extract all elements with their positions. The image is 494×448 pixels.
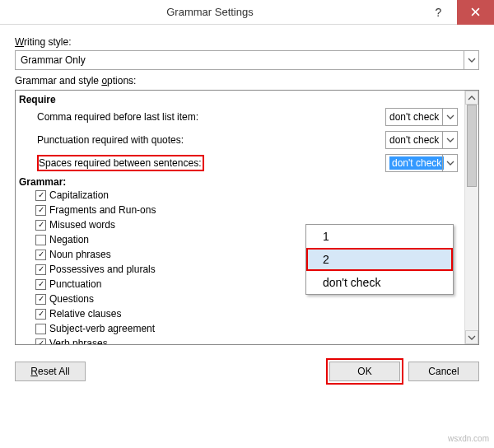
scroll-thumb[interactable] [467,105,477,187]
grammar-item[interactable]: Relative clauses [35,306,458,321]
options-panel: Require Comma required before last list … [15,90,479,345]
grammar-item[interactable]: Capitalization [35,188,458,203]
checkbox[interactable] [35,279,46,290]
reset-all-button[interactable]: Reset All [15,362,86,381]
dropdown-option[interactable]: don't check [306,271,453,294]
grammar-label: Questions [49,293,94,305]
writing-style-combo[interactable]: Grammar Only [15,50,479,70]
grammar-label: Noun phrases [49,249,111,260]
checkbox[interactable] [35,220,46,231]
require-value: don't check [389,111,439,123]
checkbox[interactable] [35,264,46,275]
spaces-dropdown[interactable]: 12don't check [305,224,454,295]
watermark: wsxdn.com [448,434,489,443]
require-label: Punctuation required with quotes: [19,134,385,146]
require-label: Spaces required between sentences: [19,155,385,171]
grammar-label: Subject-verb agreement [49,323,155,334]
require-combo[interactable]: don't check [385,108,458,126]
grammar-label: Fragments and Run-ons [49,204,156,216]
dropdown-option[interactable]: 1 [306,225,453,248]
chevron-down-icon [442,132,457,148]
scroll-down-button[interactable] [465,330,478,344]
checkbox[interactable] [35,338,46,345]
checkbox[interactable] [35,205,46,216]
grammar-label: Verb phrases [49,338,108,344]
require-row: Spaces required between sentences:don't … [19,152,458,175]
chevron-down-icon [464,51,478,69]
require-heading: Require [19,94,458,105]
chevron-down-icon [442,155,457,171]
grammar-label: Punctuation [49,278,101,290]
cancel-button[interactable]: Cancel [408,362,479,381]
require-combo[interactable]: don't check [385,131,458,149]
grammar-label: Negation [49,234,89,245]
ok-button[interactable]: OK [329,362,400,381]
require-combo[interactable]: don't check [385,154,458,172]
writing-style-label: Writing style: [15,36,479,48]
grammar-item[interactable]: Fragments and Run-ons [35,203,458,217]
window-title: Grammar Settings [0,6,420,18]
grammar-label: Possessives and plurals [49,264,156,275]
require-label: Comma required before last list item: [19,111,385,123]
grammar-label: Relative clauses [49,308,121,320]
close-button[interactable] [457,0,494,25]
require-value: don't check [389,134,439,146]
dropdown-option[interactable]: 2 [306,248,453,271]
writing-style-value: Grammar Only [21,54,86,66]
require-row: Punctuation required with quotes:don't c… [19,128,458,152]
require-value: don't check [389,156,444,170]
grammar-label: Misused words [49,219,115,231]
checkbox[interactable] [35,324,46,334]
help-button[interactable]: ? [420,0,457,25]
scrollbar[interactable] [464,91,478,344]
checkbox[interactable] [35,235,46,245]
checkbox[interactable] [35,309,46,320]
grammar-item[interactable]: Subject-verb agreement [35,321,458,336]
chevron-down-icon [442,109,457,125]
title-bar: Grammar Settings ? [0,0,494,25]
checkbox[interactable] [35,190,46,201]
scroll-up-button[interactable] [465,91,478,105]
grammar-heading: Grammar: [19,176,458,188]
options-label: Grammar and style options: [15,75,479,86]
checkbox[interactable] [35,250,46,260]
grammar-item[interactable]: Verb phrases [35,336,458,344]
checkbox[interactable] [35,294,46,305]
grammar-label: Capitalization [49,189,109,201]
require-row: Comma required before last list item:don… [19,105,458,128]
